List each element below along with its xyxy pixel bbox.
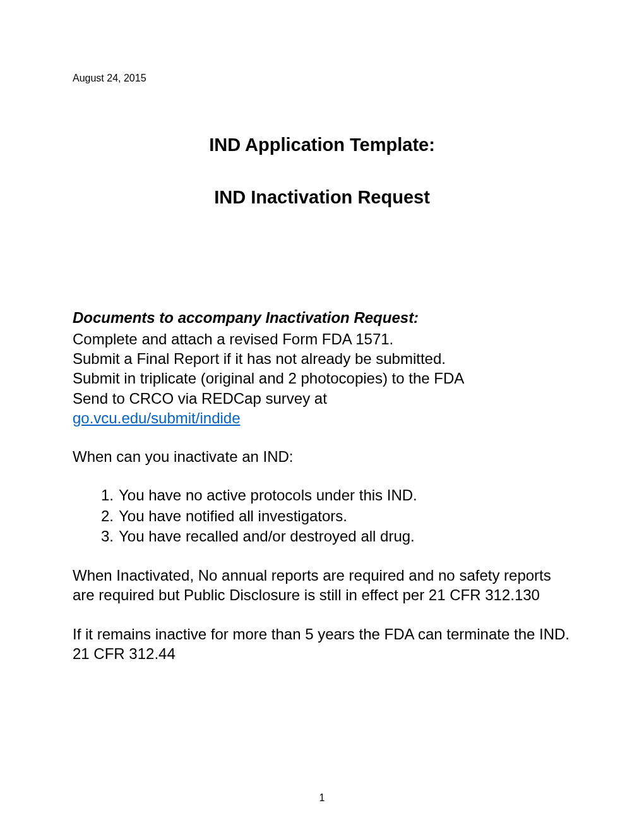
page-number: 1 [0, 792, 644, 804]
criteria-list: 1. You have no active protocols under th… [101, 485, 571, 547]
question-text: When can you inactivate an IND: [73, 447, 571, 466]
instruction-line: Submit a Final Report if it has not alre… [73, 349, 571, 368]
list-item-text: You have notified all investigators. [119, 506, 347, 526]
redcap-link[interactable]: go.vcu.edu/submit/indide [73, 409, 241, 426]
list-item: 3. You have recalled and/or destroyed al… [101, 526, 571, 547]
inactivated-paragraph: When Inactivated, No annual reports are … [73, 565, 571, 605]
list-number: 1. [101, 485, 119, 505]
section-heading: Documents to accompany Inactivation Requ… [73, 309, 571, 327]
instructions-block: Complete and attach a revised Form FDA 1… [73, 329, 571, 428]
document-title: IND Application Template: [73, 135, 571, 155]
list-number: 2. [101, 506, 119, 526]
list-item-text: You have no active protocols under this … [119, 485, 417, 505]
termination-paragraph: If it remains inactive for more than 5 y… [73, 624, 571, 663]
document-subtitle: IND Inactivation Request [73, 187, 571, 208]
list-number: 3. [101, 526, 119, 547]
list-item: 2. You have notified all investigators. [101, 506, 571, 526]
instruction-line: Complete and attach a revised Form FDA 1… [73, 329, 571, 349]
instruction-line: Send to CRCO via REDCap survey at [73, 389, 571, 408]
instruction-line: Submit in triplicate (original and 2 pho… [73, 368, 571, 388]
list-item-text: You have recalled and/or destroyed all d… [119, 526, 415, 547]
list-item: 1. You have no active protocols under th… [101, 485, 571, 505]
document-date: August 24, 2015 [73, 73, 571, 84]
